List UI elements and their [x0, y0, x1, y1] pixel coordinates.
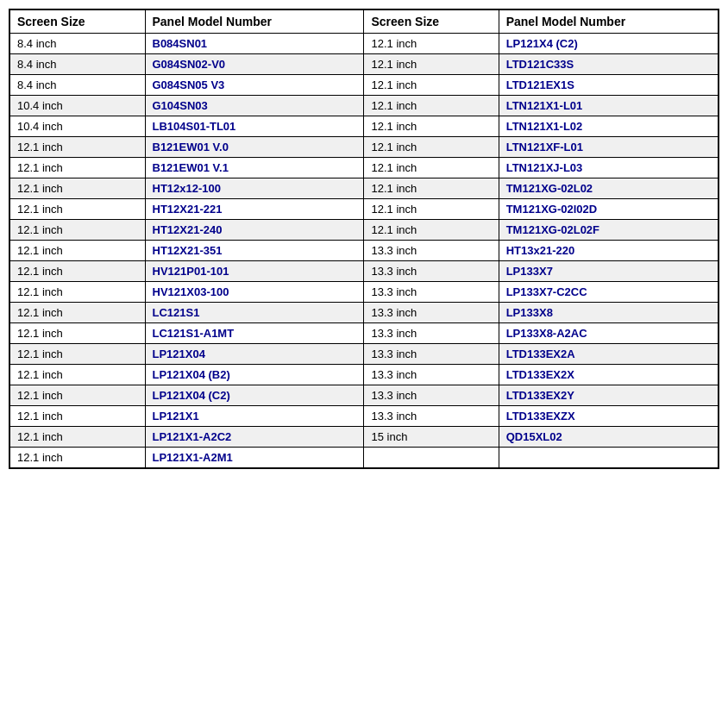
model-cell[interactable]: G084SN02-V0 — [145, 54, 364, 75]
model-cell[interactable]: LP121X1 — [145, 406, 364, 427]
model-cell[interactable]: LTD133EX2X — [499, 365, 719, 385]
screen-size-cell[interactable]: 12.1 inch — [364, 34, 499, 54]
screen-size-cell[interactable]: 10.4 inch — [9, 96, 145, 116]
screen-size-cell[interactable]: 13.3 inch — [364, 241, 499, 261]
main-container: Screen Size Panel Model Number Screen Si… — [9, 9, 719, 469]
model-cell[interactable]: LC121S1 — [145, 303, 364, 323]
model-cell[interactable]: B121EW01 V.0 — [145, 137, 364, 158]
model-cell[interactable]: LB104S01-TL01 — [145, 116, 364, 137]
model-cell[interactable]: HV121X03-100 — [145, 282, 364, 303]
model-cell[interactable]: LP121X1-A2M1 — [145, 448, 364, 469]
model-cell[interactable]: LTD121C33S — [499, 54, 719, 75]
table-row: 12.1 inchLP121X04 (B2)13.3 inchLTD133EX2… — [9, 365, 719, 385]
screen-size-cell[interactable]: 12.1 inch — [9, 220, 145, 241]
screen-size-cell[interactable]: 13.3 inch — [364, 344, 499, 365]
screen-size-cell[interactable]: 12.1 inch — [364, 54, 499, 75]
table-row: 12.1 inchB121EW01 V.112.1 inchLTN121XJ-L… — [9, 158, 719, 178]
model-cell[interactable]: LP133X8-A2AC — [499, 323, 719, 344]
screen-size-cell[interactable]: 12.1 inch — [9, 427, 145, 448]
screen-size-cell[interactable]: 12.1 inch — [364, 137, 499, 158]
screen-size-cell[interactable]: 12.1 inch — [9, 385, 145, 406]
model-cell[interactable]: HT12X21-240 — [145, 220, 364, 241]
screen-size-cell[interactable]: 12.1 inch — [9, 137, 145, 158]
screen-size-cell[interactable]: 12.1 inch — [9, 303, 145, 323]
table-row: 8.4 inchG084SN02-V012.1 inchLTD121C33S — [9, 54, 719, 75]
screen-size-cell[interactable]: 12.1 inch — [9, 323, 145, 344]
screen-size-cell[interactable]: 13.3 inch — [364, 282, 499, 303]
model-cell[interactable]: TM121XG-02L02F — [499, 220, 719, 241]
model-cell[interactable]: LTN121XJ-L03 — [499, 158, 719, 178]
table-row: 12.1 inchHT12X21-35113.3 inchHT13x21-220 — [9, 241, 719, 261]
screen-size-cell[interactable]: 12.1 inch — [364, 96, 499, 116]
screen-size-cell[interactable]: 12.1 inch — [9, 261, 145, 282]
model-cell[interactable]: HT12x12-100 — [145, 178, 364, 199]
screen-size-cell[interactable]: 13.3 inch — [364, 406, 499, 427]
table-row: 10.4 inchG104SN0312.1 inchLTN121X1-L01 — [9, 96, 719, 116]
table-row: 12.1 inchLC121S1-A1MT13.3 inchLP133X8-A2… — [9, 323, 719, 344]
table-row: 8.4 inchG084SN05 V312.1 inchLTD121EX1S — [9, 75, 719, 96]
screen-size-cell[interactable]: 8.4 inch — [9, 34, 145, 54]
model-cell[interactable]: HT12X21-221 — [145, 199, 364, 220]
screen-size-cell[interactable]: 12.1 inch — [9, 199, 145, 220]
header-panel-model-1: Panel Model Number — [145, 9, 364, 34]
screen-size-cell[interactable]: 13.3 inch — [364, 385, 499, 406]
model-cell[interactable]: LC121S1-A1MT — [145, 323, 364, 344]
screen-size-cell[interactable]: 8.4 inch — [9, 54, 145, 75]
model-cell[interactable]: LTD133EX2A — [499, 344, 719, 365]
model-cell[interactable]: LP133X7 — [499, 261, 719, 282]
screen-size-cell[interactable]: 13.3 inch — [364, 261, 499, 282]
model-cell[interactable]: LTN121X1-L01 — [499, 96, 719, 116]
model-cell[interactable]: LP121X4 (C2) — [499, 34, 719, 54]
model-cell[interactable]: LP133X8 — [499, 303, 719, 323]
screen-size-cell[interactable]: 12.1 inch — [9, 344, 145, 365]
model-cell[interactable]: TM121XG-02l02D — [499, 199, 719, 220]
screen-size-cell[interactable]: 12.1 inch — [9, 282, 145, 303]
model-cell[interactable]: LTD133EXZX — [499, 406, 719, 427]
screen-size-cell[interactable]: 12.1 inch — [9, 178, 145, 199]
screen-size-cell[interactable]: 10.4 inch — [9, 116, 145, 137]
screen-size-cell[interactable]: 15 inch — [364, 427, 499, 448]
model-cell[interactable]: HT12X21-351 — [145, 241, 364, 261]
table-row: 12.1 inchLP121X0413.3 inchLTD133EX2A — [9, 344, 719, 365]
model-cell[interactable]: LP121X1-A2C2 — [145, 427, 364, 448]
model-cell[interactable]: QD15XL02 — [499, 427, 719, 448]
table-row: 12.1 inchB121EW01 V.012.1 inchLTN121XF-L… — [9, 137, 719, 158]
table-row: 12.1 inchHT12X21-22112.1 inchTM121XG-02l… — [9, 199, 719, 220]
model-cell[interactable]: LTN121X1-L02 — [499, 116, 719, 137]
screen-size-cell[interactable]: 12.1 inch — [364, 220, 499, 241]
model-cell[interactable]: LP121X04 (B2) — [145, 365, 364, 385]
screen-size-cell[interactable]: 12.1 inch — [364, 178, 499, 199]
model-cell[interactable]: B084SN01 — [145, 34, 364, 54]
screen-size-cell[interactable]: 12.1 inch — [9, 158, 145, 178]
screen-size-cell[interactable]: 12.1 inch — [9, 365, 145, 385]
screen-size-cell[interactable]: 12.1 inch — [364, 116, 499, 137]
model-cell[interactable]: TM121XG-02L02 — [499, 178, 719, 199]
model-cell[interactable]: LTD121EX1S — [499, 75, 719, 96]
screen-size-cell[interactable]: 13.3 inch — [364, 365, 499, 385]
screen-size-cell[interactable]: 12.1 inch — [364, 158, 499, 178]
header-screen-size-1: Screen Size — [9, 9, 145, 34]
screen-size-cell[interactable]: 12.1 inch — [364, 199, 499, 220]
model-cell[interactable]: LP133X7-C2CC — [499, 282, 719, 303]
screen-size-cell[interactable]: 13.3 inch — [364, 303, 499, 323]
model-cell[interactable]: G084SN05 V3 — [145, 75, 364, 96]
model-cell[interactable]: HV121P01-101 — [145, 261, 364, 282]
model-cell[interactable] — [499, 448, 719, 469]
model-cell[interactable]: G104SN03 — [145, 96, 364, 116]
model-cell[interactable]: LP121X04 — [145, 344, 364, 365]
screen-size-cell[interactable] — [364, 448, 499, 469]
table-row: 12.1 inchHV121P01-10113.3 inchLP133X7 — [9, 261, 719, 282]
model-cell[interactable]: LP121X04 (C2) — [145, 385, 364, 406]
screen-size-cell[interactable]: 12.1 inch — [9, 406, 145, 427]
screen-size-cell[interactable]: 8.4 inch — [9, 75, 145, 96]
table-row: 12.1 inchLP121X04 (C2)13.3 inchLTD133EX2… — [9, 385, 719, 406]
screen-size-cell[interactable]: 12.1 inch — [9, 241, 145, 261]
model-cell[interactable]: LTD133EX2Y — [499, 385, 719, 406]
model-cell[interactable]: LTN121XF-L01 — [499, 137, 719, 158]
model-cell[interactable]: HT13x21-220 — [499, 241, 719, 261]
model-cell[interactable]: B121EW01 V.1 — [145, 158, 364, 178]
screen-size-cell[interactable]: 13.3 inch — [364, 323, 499, 344]
table-row: 12.1 inchLP121X1-A2C215 inchQD15XL02 — [9, 427, 719, 448]
screen-size-cell[interactable]: 12.1 inch — [9, 448, 145, 469]
screen-size-cell[interactable]: 12.1 inch — [364, 75, 499, 96]
